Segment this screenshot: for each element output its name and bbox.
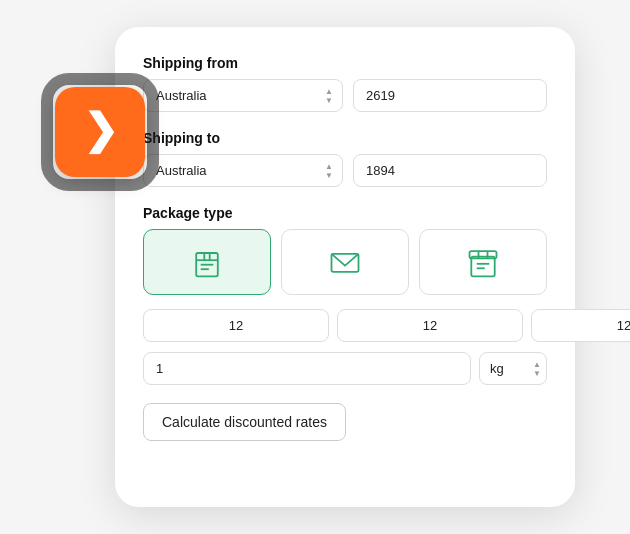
shipping-from-label: Shipping from	[143, 55, 547, 71]
main-card: Shipping from Australia New Zealand Unit…	[115, 27, 575, 507]
parcel-icon	[189, 244, 225, 280]
package-type-box-button[interactable]	[419, 229, 547, 295]
scene: ❯ Shipping from Australia New Zealand Un…	[55, 27, 575, 507]
package-type-parcel-button[interactable]	[143, 229, 271, 295]
dimension-height-input[interactable]	[531, 309, 630, 342]
shipping-from-postcode-input[interactable]	[353, 79, 547, 112]
dimension-length-input[interactable]	[143, 309, 329, 342]
shipping-to-country-select[interactable]: Australia New Zealand United States Unit…	[143, 154, 343, 187]
calculate-button[interactable]: Calculate discounted rates	[143, 403, 346, 441]
shipping-from-row: Australia New Zealand United States Unit…	[143, 79, 547, 112]
weight-unit-wrapper: kg lb ▲ ▼	[479, 352, 547, 385]
package-type-label: Package type	[143, 205, 547, 221]
weight-unit-select[interactable]: kg lb	[479, 352, 547, 385]
logo-badge: ❯	[55, 87, 145, 177]
svg-rect-7	[471, 257, 494, 277]
shipping-to-country-wrapper: Australia New Zealand United States Unit…	[143, 154, 343, 187]
box-icon	[465, 244, 501, 280]
dimension-width-input[interactable]	[337, 309, 523, 342]
package-type-envelope-button[interactable]	[281, 229, 409, 295]
shipping-to-row: Australia New Zealand United States Unit…	[143, 154, 547, 187]
shipping-from-section: Shipping from Australia New Zealand Unit…	[143, 55, 547, 112]
shipping-from-country-wrapper: Australia New Zealand United States Unit…	[143, 79, 343, 112]
package-type-options	[143, 229, 547, 295]
package-type-section: Package type	[143, 205, 547, 385]
dimensions-row: cm in ▲ ▼	[143, 309, 547, 342]
envelope-icon	[327, 244, 363, 280]
weight-input[interactable]	[143, 352, 471, 385]
logo-chevron-icon: ❯	[83, 109, 118, 151]
shipping-from-country-select[interactable]: Australia New Zealand United States Unit…	[143, 79, 343, 112]
weight-row: kg lb ▲ ▼	[143, 352, 547, 385]
shipping-to-section: Shipping to Australia New Zealand United…	[143, 130, 547, 187]
shipping-to-postcode-input[interactable]	[353, 154, 547, 187]
shipping-to-label: Shipping to	[143, 130, 547, 146]
